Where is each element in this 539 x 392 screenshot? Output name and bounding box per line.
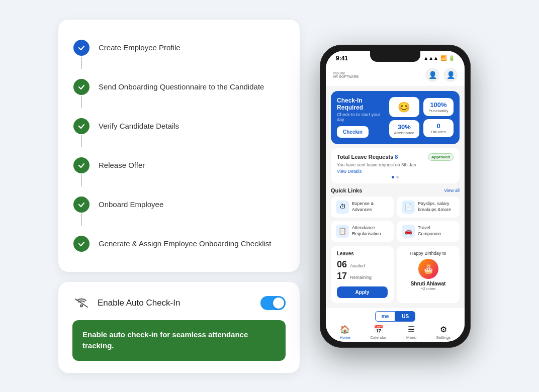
tab-menu[interactable]: ☰ Menu <box>406 325 416 340</box>
emoji-box: 😊 <box>389 97 419 117</box>
auto-checkin-banner: Enable auto check-in for seamless attend… <box>72 320 286 361</box>
checklist-card: Create Employee Profile Send Onboarding … <box>58 20 300 272</box>
leave-title: Total Leave Requests 8 <box>337 154 398 160</box>
check-circle-green-2 <box>73 79 89 95</box>
checkin-stats: 100% Punctuality 0 Off-sites <box>423 98 454 137</box>
check-icon-wrap-5 <box>73 197 89 226</box>
phone-notch <box>370 51 420 62</box>
language-toggle: me US <box>326 311 465 322</box>
attendance-label-ql: Attendance Regularisation <box>352 225 389 237</box>
attendance-value: 30% <box>394 123 414 131</box>
profile-icon[interactable]: 👤 <box>443 68 458 82</box>
leave-message: You have sent leave request on 5th Jan <box>337 162 454 167</box>
apply-button[interactable]: Apply <box>337 286 388 298</box>
availed-label: Availed <box>350 263 365 268</box>
tab-settings-label: Settings <box>436 335 451 340</box>
check-circle-blue <box>73 40 89 56</box>
calendar-icon: 📅 <box>374 325 384 334</box>
checklist-item-label-2: Send Onboarding Questionnaire to the Can… <box>99 79 264 92</box>
check-icon-wrap-6 <box>73 236 89 252</box>
checklist-item-label-6: Generate & Assign Employee Onboarding Ch… <box>99 236 272 249</box>
lang-us-button[interactable]: US <box>395 311 415 322</box>
birthday-name: Shruti Ahlawat <box>403 281 454 286</box>
remaining-label: Remaining <box>350 275 372 280</box>
checklist-item-4: Release Offer <box>73 152 285 191</box>
tab-bar-section: me US 🏠 Home 📅 Calendar ☰ Menu <box>326 308 465 342</box>
quick-link-payslip[interactable]: 📄 Payslips, salary breakups &more <box>397 197 460 218</box>
view-details-link[interactable]: View Details <box>337 169 454 174</box>
view-all-link[interactable]: View all <box>444 188 460 193</box>
left-panel: Create Employee Profile Send Onboarding … <box>58 20 300 373</box>
checklist-item-6: Generate & Assign Employee Onboarding Ch… <box>73 231 285 257</box>
logo-text: Impulse <box>333 71 358 75</box>
connector-line <box>81 57 82 69</box>
punctuality-stat: 100% Punctuality <box>423 98 454 116</box>
quick-links-header: Quick Links View all <box>331 187 460 193</box>
connector-line <box>81 135 82 147</box>
quick-link-attendance[interactable]: 📋 Attendance Regularisation <box>331 221 394 242</box>
remaining-num: 17 <box>337 271 347 281</box>
logo-sub: HR SOFTWARE <box>333 75 358 78</box>
status-time: 9:41 <box>336 55 348 62</box>
status-icons: ▲▲▲ 📶 🔋 <box>423 55 455 61</box>
birthday-avatar: 🎂 <box>418 259 438 279</box>
dot-active <box>392 176 394 178</box>
auto-checkin-left: Enable Auto Check-In <box>72 294 180 312</box>
checklist-item-1: Create Employee Profile <box>73 35 285 74</box>
expense-label: Expense & Advances <box>352 201 389 213</box>
checklist-item-label-1: Create Employee Profile <box>99 40 181 53</box>
check-circle-green-3 <box>73 118 89 134</box>
leave-header: Total Leave Requests 8 Approved <box>337 153 454 161</box>
quick-link-travel[interactable]: 🚗 Travel Companion <box>397 221 460 242</box>
checklist-item-3: Verify Candidate Details <box>73 113 285 152</box>
connector-line <box>81 96 82 108</box>
quick-link-expense[interactable]: ⏱ Expense & Advances <box>331 197 394 218</box>
checkin-text-area: Check-In Required Check-In to start your… <box>337 97 385 138</box>
remaining-row: 17 Remaining <box>337 271 388 281</box>
tab-calendar[interactable]: 📅 Calendar <box>370 325 386 340</box>
checkmark-icon <box>77 44 85 52</box>
checkin-subtitle: Check-In to start your day <box>337 112 385 122</box>
approved-badge: Approved <box>428 153 454 161</box>
punctuality-value: 100% <box>428 101 448 109</box>
connector-line <box>81 174 82 186</box>
offsites-stat: 0 Off-sites <box>423 119 454 137</box>
checkmark-icon <box>77 122 85 130</box>
menu-icon: ☰ <box>408 325 415 334</box>
lang-me-button[interactable]: me <box>375 311 395 322</box>
checklist-items: Create Employee Profile Send Onboarding … <box>73 35 285 257</box>
auto-checkin-toggle[interactable] <box>260 296 286 310</box>
birthday-title: Happy Birthday to <box>403 251 454 256</box>
travel-label: Travel Companion <box>418 225 455 237</box>
checklist-item-2: Send Onboarding Questionnaire to the Can… <box>73 74 285 113</box>
payslip-label: Payslips, salary breakups &more <box>418 201 455 213</box>
birthday-more: +2 more <box>403 286 454 291</box>
quick-links-section: Quick Links View all ⏱ Expense & Advance… <box>331 187 460 242</box>
phone-screen: 9:41 ▲▲▲ 📶 🔋 Impulse HR SOFTWARE 👤 <box>326 51 465 342</box>
checklist-item-label-3: Verify Candidate Details <box>99 118 179 131</box>
tab-settings[interactable]: ⚙ Settings <box>436 325 451 340</box>
tab-menu-label: Menu <box>406 335 416 340</box>
checkin-title: Check-In Required <box>337 97 385 111</box>
checkmark-icon <box>77 201 85 209</box>
check-circle-green-4 <box>73 157 89 173</box>
tab-home[interactable]: 🏠 Home <box>340 325 350 340</box>
availed-row: 06 Availed <box>337 259 388 270</box>
availed-num: 06 <box>337 259 347 270</box>
check-icon-wrap-2 <box>73 79 89 108</box>
leave-count: 8 <box>395 154 398 160</box>
checkin-button[interactable]: Checkin <box>337 126 369 138</box>
travel-icon: 🚗 <box>402 225 415 238</box>
auto-checkin-label: Enable Auto Check-In <box>98 298 180 308</box>
notification-icon[interactable]: 👤 <box>425 68 439 82</box>
check-circle-green-6 <box>73 236 89 252</box>
checklist-item-5: Onboard Employee <box>73 191 285 231</box>
battery-icon: 🔋 <box>448 55 455 61</box>
checkmark-icon <box>77 240 85 248</box>
tab-home-label: Home <box>340 335 350 340</box>
wifi-off-icon <box>72 294 91 312</box>
attendance-stat: 30% Attendance <box>389 120 419 138</box>
auto-checkin-card: Enable Auto Check-In Enable auto check-i… <box>58 282 300 373</box>
punctuality-label: Punctuality <box>428 109 448 113</box>
checkin-banner-card: Check-In Required Check-In to start your… <box>331 91 460 144</box>
